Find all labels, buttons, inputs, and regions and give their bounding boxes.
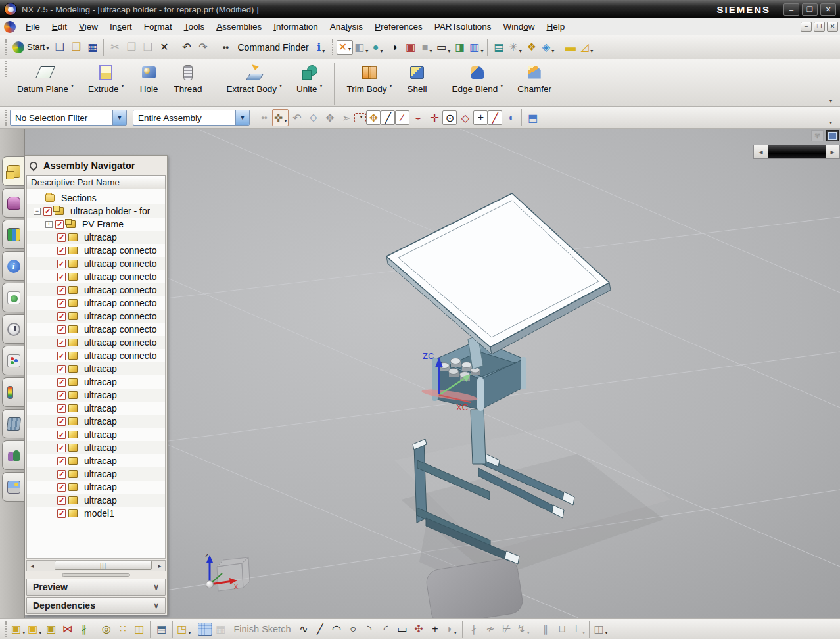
- tree-row[interactable]: ✓ ultracap: [27, 402, 165, 415]
- studio-spline-icon[interactable]: ✣: [410, 621, 427, 638]
- tree-row[interactable]: ✓ ultracap: [27, 428, 165, 441]
- paste-icon[interactable]: ❑: [139, 39, 156, 56]
- reuse-library-tab[interactable]: [2, 220, 24, 249]
- menu-item[interactable]: Assemblies: [210, 20, 268, 34]
- restore-button[interactable]: ❐: [802, 3, 818, 16]
- tree-row[interactable]: ✓ ultracap connecto: [27, 323, 165, 336]
- command-finder-label[interactable]: Command Finder: [237, 42, 308, 53]
- snap-quadrant-icon[interactable]: ◇: [457, 109, 473, 126]
- toolbar-grip[interactable]: [332, 39, 334, 55]
- snap-point-on-curve-icon[interactable]: ╱: [488, 110, 502, 125]
- toolbar-grip[interactable]: [5, 39, 7, 55]
- trim-body-button[interactable]: Trim Body ▾: [339, 61, 399, 96]
- selection-scope-dropdown[interactable]: Entire Assembly ▼: [133, 110, 250, 126]
- viewport-horizontal-scrollbar[interactable]: ◂ ▸: [753, 145, 840, 159]
- datum-plane-button[interactable]: Datum Plane ▾: [10, 61, 81, 96]
- hidden-edges-icon[interactable]: ◑: [386, 39, 402, 56]
- csys-icon[interactable]: ✳ ▾: [507, 39, 523, 56]
- wave-mode-icon[interactable]: ▤: [153, 621, 170, 638]
- tree-row[interactable]: ✓ ultracap connecto: [27, 283, 165, 296]
- tree-row[interactable]: ✓ ultracap connecto: [27, 296, 165, 310]
- move-component-icon[interactable]: ▣: [43, 621, 59, 638]
- snap-arc-center-icon[interactable]: ⊙: [442, 110, 457, 125]
- add-component-icon[interactable]: ▣ ▾: [26, 621, 43, 638]
- tree-row[interactable]: ✓ ultracap: [27, 362, 165, 375]
- snap-dynamic-icon[interactable]: ✥: [366, 110, 381, 125]
- extract-body-button[interactable]: Extract Body ▾: [219, 61, 289, 96]
- minimize-button[interactable]: –: [783, 3, 799, 16]
- toolbar-overflow-icon[interactable]: ▾: [829, 98, 837, 106]
- snap-point-menu-icon[interactable]: ✜ ▾: [272, 109, 289, 126]
- menu-item[interactable]: Analysis: [324, 20, 369, 34]
- scroll-right-icon[interactable]: ▸: [154, 563, 165, 569]
- menu-item[interactable]: Preferences: [369, 20, 429, 34]
- scroll-left-icon[interactable]: ◂: [27, 563, 37, 569]
- show-sketch-constraints-icon[interactable]: ⊥ ▾: [570, 621, 586, 638]
- make-corner-icon[interactable]: ⊬: [498, 621, 515, 638]
- information-window-icon[interactable]: ▤: [490, 39, 507, 56]
- tree-row[interactable]: − ✓ ultracap holder - for: [27, 204, 165, 218]
- measure-distance-icon[interactable]: ▬: [562, 39, 578, 56]
- open-icon[interactable]: ❒: [68, 39, 84, 56]
- scrollbar-thumb[interactable]: |||: [55, 561, 152, 570]
- close-button[interactable]: ✕: [820, 3, 836, 16]
- product-interface-icon[interactable]: ◳ ▾: [175, 621, 192, 638]
- circle-icon[interactable]: ○: [344, 621, 361, 638]
- fit-view-icon[interactable]: ✕ ▾: [337, 40, 353, 55]
- edge-blend-button[interactable]: Edge Blend ▾: [445, 61, 511, 96]
- tree-row[interactable]: ✓ ultracap: [27, 481, 165, 494]
- backgrounds-tab[interactable]: [2, 472, 24, 502]
- menu-item[interactable]: PARTsolutions: [429, 20, 498, 34]
- show-hide-constraints-icon[interactable]: ∦: [76, 621, 92, 638]
- hd3d-tools-tab[interactable]: [2, 283, 24, 312]
- tree-row[interactable]: ✓ ultracap connecto: [27, 244, 165, 257]
- selection-filter-dropdown[interactable]: No Selection Filter ▼: [10, 110, 127, 126]
- shaded-face-icon[interactable]: ⬒: [525, 109, 541, 126]
- snap-midpoint-icon[interactable]: ∕: [395, 110, 409, 125]
- visibility-checkbox[interactable]: ✓: [57, 470, 66, 479]
- unite-button[interactable]: Unite ▾: [289, 61, 330, 96]
- menu-item[interactable]: Information: [268, 20, 324, 34]
- extrude-button[interactable]: Extrude ▾: [81, 61, 131, 96]
- visibility-checkbox[interactable]: ✓: [57, 444, 66, 452]
- tree-row[interactable]: ✓ ultracap: [27, 494, 165, 507]
- sequence-icon[interactable]: ◫: [131, 621, 147, 638]
- assembly-navigator-tab[interactable]: [2, 156, 24, 186]
- save-icon[interactable]: ▦: [84, 39, 101, 56]
- arc-icon[interactable]: ◠: [328, 621, 344, 638]
- tree-row[interactable]: ✓ ultracap: [27, 231, 165, 244]
- visibility-checkbox[interactable]: ✓: [57, 312, 66, 321]
- new-icon[interactable]: ❏: [51, 39, 68, 56]
- visibility-checkbox[interactable]: ✓: [57, 404, 66, 413]
- navigator-horizontal-scrollbar[interactable]: ◂ ||| ▸: [26, 560, 166, 571]
- move-handles-icon[interactable]: ✥: [321, 109, 338, 126]
- tree-row[interactable]: ✓ ultracap connecto: [27, 349, 165, 362]
- copy-icon[interactable]: ❐: [123, 39, 139, 56]
- start-button[interactable]: Start ▾: [12, 41, 49, 53]
- tree-row[interactable]: ✓ ultracap: [27, 389, 165, 402]
- mdi-close-button[interactable]: ✕: [827, 22, 838, 32]
- visibility-checkbox[interactable]: ✓: [57, 352, 66, 360]
- tree-row[interactable]: ✓ ultracap connecto: [27, 257, 165, 270]
- visualization-tab[interactable]: [2, 377, 24, 407]
- drag-icon[interactable]: ➣: [338, 109, 354, 126]
- profile-icon[interactable]: ∿: [295, 621, 312, 638]
- tree-row[interactable]: Sections: [27, 191, 165, 204]
- dependencies-section-header[interactable]: Dependencies ∨: [26, 597, 166, 614]
- tree-row[interactable]: ✓ ultracap: [27, 454, 165, 467]
- geometric-constraints-icon[interactable]: ∥: [537, 621, 553, 638]
- visibility-checkbox[interactable]: ✓: [57, 325, 66, 334]
- snap-point-on-face-icon[interactable]: ◖: [502, 109, 519, 126]
- visibility-checkbox[interactable]: ✓: [57, 378, 66, 387]
- snap-tangent-icon[interactable]: ⌣: [409, 109, 426, 126]
- visualize-icon[interactable]: ◈ ▾: [540, 39, 556, 56]
- menu-item[interactable]: Tools: [178, 20, 211, 34]
- visibility-checkbox[interactable]: ✓: [57, 431, 66, 439]
- scenario-tab[interactable]: [2, 409, 24, 438]
- measure-angle-icon[interactable]: ◿ ▾: [578, 39, 595, 56]
- finish-sketch-button[interactable]: Finish Sketch: [233, 624, 291, 634]
- constraint-navigator-tab[interactable]: [2, 188, 24, 218]
- scroll-right-icon[interactable]: ▸: [826, 145, 839, 158]
- sketch-style-icon[interactable]: ▦: [212, 621, 229, 638]
- clip-section-icon[interactable]: ◨: [452, 39, 468, 56]
